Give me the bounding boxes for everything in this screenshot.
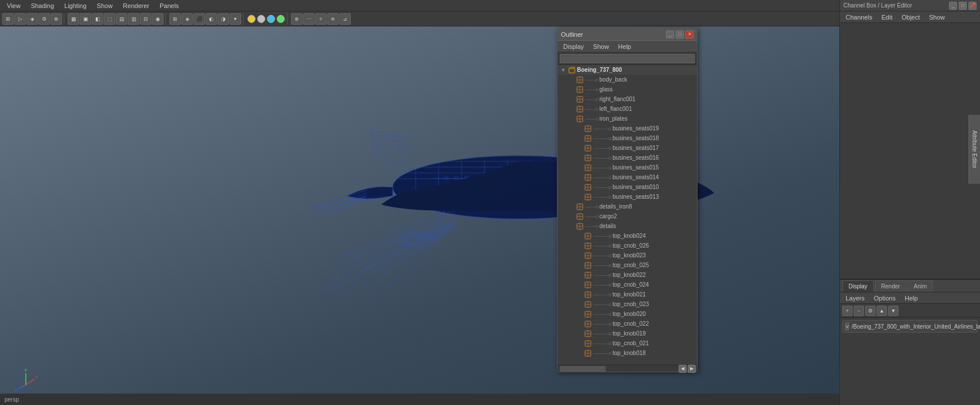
outliner-item[interactable]: ——o details — [557, 221, 697, 231]
expand-icon[interactable] — [576, 291, 583, 298]
toolbar-btn-1[interactable]: ⊞ — [2, 13, 14, 25]
expand-icon[interactable] — [576, 145, 583, 152]
toolbar-circle-cyan[interactable] — [267, 15, 275, 23]
toolbar-btn-8[interactable]: ◧ — [92, 13, 103, 25]
layer-menu-help[interactable]: Help — [901, 294, 921, 303]
outliner-close-btn[interactable]: ✕ — [685, 30, 694, 38]
menu-renderer[interactable]: Renderer — [118, 1, 154, 10]
outliner-item[interactable]: ———o top_knob023 — [557, 250, 697, 260]
expand-icon[interactable] — [576, 330, 583, 337]
toolbar-btn-18[interactable]: ◑ — [218, 13, 229, 25]
right-panel-maximize[interactable]: □ — [959, 2, 967, 10]
toolbar-btn-15[interactable]: ◈ — [181, 13, 193, 25]
layer-menu-options[interactable]: Options — [870, 294, 899, 303]
menu-view[interactable]: View — [2, 1, 25, 10]
outliner-scroll-left[interactable]: ◀ — [679, 365, 687, 373]
expand-icon[interactable] — [568, 86, 575, 93]
outliner-menu-help[interactable]: Help — [615, 42, 635, 51]
expand-icon[interactable] — [568, 76, 575, 83]
expand-icon[interactable] — [576, 321, 583, 327]
outliner-horizontal-scrollbar[interactable]: ◀ ▶ — [557, 365, 697, 372]
menu-lighting[interactable]: Lighting — [60, 1, 91, 10]
outliner-menu-show[interactable]: Show — [590, 42, 613, 51]
layer-move-up-btn[interactable]: ▲ — [877, 306, 887, 316]
layer-menu-layers[interactable]: Layers — [842, 294, 868, 303]
toolbar-btn-16[interactable]: ⬛ — [193, 13, 205, 25]
layer-delete-btn[interactable]: − — [854, 306, 864, 316]
toolbar-btn-4[interactable]: ⚙ — [38, 13, 50, 25]
outliner-item[interactable]: ——o left_flanc001 — [557, 104, 697, 114]
layer-options-btn[interactable]: ⚙ — [865, 306, 876, 316]
layer-tab-render[interactable]: Render — [875, 280, 907, 292]
layer-tab-anim[interactable]: Anim — [908, 280, 933, 292]
outliner-item[interactable]: ———o busines_seats013 — [557, 192, 697, 202]
toolbar-btn-10[interactable]: ▤ — [116, 13, 127, 25]
attribute-editor-tab[interactable]: Attribute Editor — [969, 115, 980, 184]
outliner-content[interactable]: ▼ Boeing_737_800 ——o body_back ——o glass… — [557, 65, 697, 365]
layer-move-down-btn[interactable]: ▼ — [888, 306, 898, 316]
expand-icon[interactable] — [568, 213, 575, 220]
toolbar-btn-7[interactable]: ▣ — [80, 13, 91, 25]
expand-icon[interactable] — [576, 281, 583, 288]
expand-icon[interactable] — [576, 272, 583, 279]
outliner-maximize-btn[interactable]: □ — [676, 30, 684, 38]
toolbar-circle-green[interactable] — [277, 15, 285, 23]
outliner-item[interactable]: ———o top_cnob_023 — [557, 299, 697, 309]
toolbar-btn-6[interactable]: ▦ — [68, 13, 79, 25]
toolbar-btn-19[interactable]: ✦ — [230, 13, 241, 25]
expand-icon[interactable] — [576, 340, 583, 347]
outliner-scroll-right[interactable]: ▶ — [688, 365, 696, 373]
toolbar-btn-14[interactable]: ⊞ — [169, 13, 181, 25]
outliner-item[interactable]: ▼ Boeing_737_800 — [557, 65, 697, 75]
outliner-item[interactable]: ———o busines_seats014 — [557, 172, 697, 182]
expand-icon[interactable] — [576, 301, 583, 308]
right-panel-pin[interactable]: 📌 — [969, 2, 977, 10]
outliner-item[interactable]: ———o top_cnob_025 — [557, 260, 697, 270]
outliner-item[interactable]: ——o cargo2 — [557, 211, 697, 221]
outliner-minimize-btn[interactable]: _ — [666, 30, 674, 38]
layer-tab-display[interactable]: Display — [842, 280, 874, 292]
outliner-item[interactable]: ———o top_cnob_021 — [557, 338, 697, 348]
outliner-item[interactable]: ———o busines_seats016 — [557, 153, 697, 163]
right-menu-channels[interactable]: Channels — [842, 13, 876, 22]
outliner-item[interactable]: ———o top_cnob_022 — [557, 319, 697, 329]
toolbar-btn-2[interactable]: ▷ — [14, 13, 26, 25]
outliner-item[interactable]: ———o top_cnob_024 — [557, 280, 697, 290]
toolbar-btn-11[interactable]: ▥ — [128, 13, 140, 25]
expand-icon[interactable] — [568, 115, 575, 122]
expand-icon[interactable] — [576, 242, 583, 249]
expand-icon[interactable] — [568, 223, 575, 230]
outliner-item[interactable]: ———o top_knob021 — [557, 290, 697, 299]
toolbar-extra-btn2[interactable]: ⊿ — [339, 13, 351, 25]
toolbar-snap-btn3[interactable]: ✧ — [315, 13, 327, 25]
toolbar-snap-btn2[interactable]: ⋯ — [303, 13, 315, 25]
outliner-item[interactable]: ———o busines_seats019 — [557, 124, 697, 133]
toolbar-btn-17[interactable]: ◐ — [206, 13, 217, 25]
layer-new-btn[interactable]: + — [842, 306, 853, 316]
expand-icon[interactable] — [576, 184, 583, 191]
toolbar-extra-btn[interactable]: ≋ — [327, 13, 339, 25]
outliner-item[interactable]: ———o top_cnob_026 — [557, 241, 697, 250]
toolbar-btn-5[interactable]: ⊕ — [51, 13, 62, 25]
toolbar-btn-3[interactable]: ◈ — [26, 13, 38, 25]
viewport[interactable]: X Y Z persp — [0, 26, 980, 405]
outliner-item[interactable]: ——o glass — [557, 84, 697, 94]
menu-show[interactable]: Show — [92, 1, 118, 10]
outliner-item[interactable]: ——o iron_plates — [557, 114, 697, 124]
toolbar-btn-13[interactable]: ◉ — [152, 13, 164, 25]
right-menu-object[interactable]: Object — [898, 13, 923, 22]
toolbar-btn-12[interactable]: ⊟ — [140, 13, 152, 25]
expand-icon[interactable] — [576, 311, 583, 318]
toolbar-snap-btn[interactable]: ⊕ — [291, 13, 303, 25]
outliner-item[interactable]: ———o busines_seats010 — [557, 182, 697, 192]
outliner-item[interactable]: ———o busines_seats015 — [557, 163, 697, 172]
outliner-item[interactable]: ———o top_knob022 — [557, 270, 697, 280]
expand-icon[interactable] — [576, 155, 583, 161]
outliner-item[interactable]: ——o right_flanc001 — [557, 94, 697, 104]
expand-icon[interactable] — [576, 164, 583, 171]
expand-icon[interactable] — [576, 125, 583, 132]
expand-icon[interactable] — [576, 174, 583, 181]
expand-icon[interactable] — [576, 350, 583, 357]
expand-icon[interactable] — [568, 106, 575, 113]
outliner-item[interactable]: ———o busines_seats018 — [557, 133, 697, 143]
